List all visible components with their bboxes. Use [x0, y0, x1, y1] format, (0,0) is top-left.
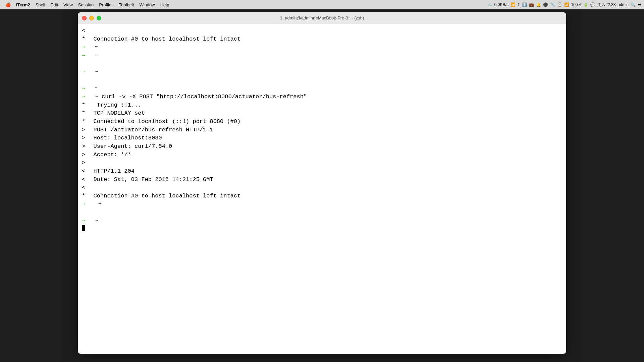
tilde: ~: [88, 217, 98, 225]
arrow-icon: →: [82, 52, 85, 60]
line-4: → ~: [82, 52, 562, 60]
tilde: ~: [88, 200, 102, 208]
app-icon: ⚫: [543, 2, 548, 7]
signal-icon: 📶: [511, 2, 516, 7]
line-text: Connection #0 to host localhost left int…: [87, 192, 240, 200]
tilde: ~: [88, 43, 98, 52]
line-21: * Connection #0 to host localhost left i…: [82, 192, 562, 200]
menu-view[interactable]: View: [61, 2, 75, 8]
lt-prefix: <: [82, 176, 85, 184]
line-22: → ~: [82, 200, 562, 208]
menu-toolbelt[interactable]: Toolbelt: [116, 2, 137, 8]
line-18: < HTTP/1.1 204: [82, 167, 562, 176]
line-24: → ~: [82, 217, 562, 225]
gt-prefix: >: [82, 142, 85, 151]
gt-prefix: >: [82, 159, 85, 167]
arrow-icon: →: [82, 217, 85, 225]
menu-iterm2[interactable]: iTerm2: [13, 2, 33, 8]
tilde: ~: [88, 84, 98, 93]
menu-edit[interactable]: Edit: [48, 2, 61, 8]
maximize-button[interactable]: [97, 16, 101, 20]
menu-window[interactable]: Window: [137, 2, 157, 8]
arrow-icon: →: [82, 93, 85, 101]
line-text: TCP_NODELAY set: [87, 109, 145, 118]
star-prefix: *: [82, 118, 85, 126]
gt-prefix: >: [82, 134, 85, 142]
search-icon[interactable]: 🔍: [631, 2, 636, 7]
line-5-empty: [82, 60, 562, 68]
network-speed: 0.0KB/s: [494, 2, 508, 7]
username: admin: [618, 2, 629, 7]
title-bar: 1. admin@admindeMacBook-Pro-3: ~ (zsh): [78, 12, 566, 24]
wifi-icon: 📶: [564, 2, 569, 7]
tool-icon: 🔧: [550, 2, 555, 7]
lt-prefix: <: [82, 184, 85, 192]
tilde: ~: [88, 52, 98, 60]
window-title: 1. admin@admindeMacBook-Pro-3: ~ (zsh): [280, 15, 364, 20]
menu-profiles[interactable]: Profiles: [96, 2, 116, 8]
line-19: < Date: Sat, 03 Feb 2018 14:21:25 GMT: [82, 176, 562, 184]
terminal-window: 1. admin@admindeMacBook-Pro-3: ~ (zsh) <…: [78, 12, 566, 354]
lt-prefix: <: [82, 27, 85, 35]
battery-icon: 🔋: [583, 2, 588, 7]
menubar-right: ⌨️ 0.0KB/s 📶 1 ⬆️ 💼 🔔 ⚫ 🔧 ⌚ 📶 100% 🔋 💬 周…: [487, 2, 641, 8]
line-16: > Accept: */*: [82, 151, 562, 159]
star-prefix: *: [82, 192, 85, 200]
line-23-empty: [82, 208, 562, 217]
tilde: ~: [88, 68, 98, 76]
keyboard-icon: ⌨️: [487, 2, 492, 7]
battery-count: 1: [518, 2, 520, 7]
arrow-icon: →: [82, 43, 85, 52]
line-text: Connected to localhost (::1) port 8080 (…: [87, 118, 240, 126]
msg-icon: 💬: [590, 2, 595, 7]
terminal-content[interactable]: < * Connection #0 to host localhost left…: [78, 24, 566, 354]
close-button[interactable]: [82, 16, 87, 20]
line-text: Trying ::1...: [87, 101, 141, 110]
line-1: <: [82, 27, 562, 35]
line-7-empty: [82, 76, 562, 85]
menu-session[interactable]: Session: [75, 2, 96, 8]
line-6: → ~: [82, 68, 562, 76]
arrow-icon: →: [82, 84, 85, 93]
line-text: POST /actuator/bus-refresh HTTP/1.1: [87, 126, 213, 134]
line-3: → ~: [82, 43, 562, 52]
menu-help[interactable]: Help: [158, 2, 172, 8]
arrow-icon: →: [82, 68, 85, 76]
line-text: User-Agent: curl/7.54.0: [87, 142, 172, 151]
minimize-button[interactable]: [89, 16, 94, 20]
gt-prefix: >: [82, 151, 85, 159]
datetime: 周六22:28: [597, 2, 615, 8]
line-13: > POST /actuator/bus-refresh HTTP/1.1: [82, 126, 562, 134]
star-prefix: *: [82, 109, 85, 118]
briefcase-icon: 💼: [529, 2, 534, 7]
line-8: → ~: [82, 84, 562, 93]
lt-prefix: <: [82, 167, 85, 176]
menu-shell[interactable]: Shell: [33, 2, 48, 8]
share-icon: ⬆️: [522, 2, 527, 7]
line-text: Date: Sat, 03 Feb 2018 14:21:25 GMT: [87, 176, 213, 184]
line-9: → ~ curl -v -X POST "http://localhost:80…: [82, 93, 562, 101]
traffic-lights: [82, 16, 101, 20]
line-10: * Trying ::1...: [82, 101, 562, 110]
line-20: <: [82, 184, 562, 192]
line-15: > User-Agent: curl/7.54.0: [82, 142, 562, 151]
line-text: Accept: */*: [87, 151, 131, 159]
terminal-cursor: [82, 225, 85, 231]
line-text: Connection #0 to host localhost left int…: [87, 35, 240, 44]
menubar: 🍎 iTerm2 Shell Edit View Session Profile…: [0, 0, 644, 9]
line-14: > Host: localhost:8080: [82, 134, 562, 142]
bell-icon: 🔔: [536, 2, 541, 7]
list-icon[interactable]: ☰: [638, 2, 641, 7]
apple-menu[interactable]: 🍎: [3, 2, 13, 8]
line-17: >: [82, 159, 562, 167]
menu2-icon: ⌚: [557, 2, 562, 7]
line-text: HTTP/1.1 204: [87, 167, 135, 176]
line-12: * Connected to localhost (::1) port 8080…: [82, 118, 562, 126]
arrow-icon: →: [82, 200, 85, 208]
battery-pct: 100%: [571, 2, 582, 7]
line-text: ~ curl -v -X POST "http://localhost:8080…: [88, 93, 307, 101]
line-11: * TCP_NODELAY set: [82, 109, 562, 118]
star-prefix: *: [82, 35, 85, 44]
star-prefix: *: [82, 101, 85, 110]
line-25-cursor: [82, 225, 562, 233]
